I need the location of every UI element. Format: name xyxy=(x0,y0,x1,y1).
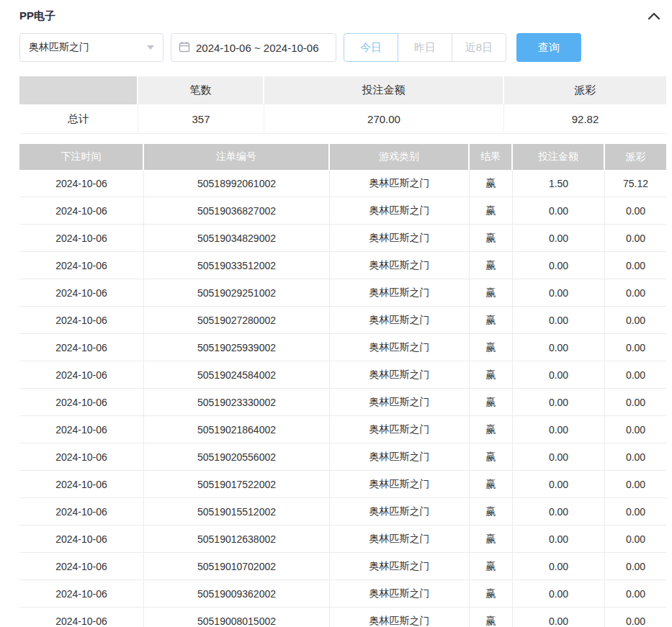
cell-game-type: 奥林匹斯之门 xyxy=(330,279,470,307)
cell-bet-time: 2024-10-06 xyxy=(19,608,144,627)
cell-payout: 0.00 xyxy=(605,553,666,580)
cell-bet-amount: 0.00 xyxy=(513,471,605,498)
cell-bet-amount: 0.00 xyxy=(513,252,605,279)
cell-payout: 0.00 xyxy=(605,471,666,498)
table-row: 2024-10-0650519023330002奥林匹斯之门赢0.000.00 xyxy=(19,389,666,416)
cell-bet-amount: 0.00 xyxy=(513,498,605,525)
yesterday-button[interactable]: 昨日 xyxy=(398,33,452,62)
summary-table: 笔数 投注金额 派彩 总计 357 270.00 92.82 xyxy=(19,76,666,134)
table-row: 2024-10-0650519008015002奥林匹斯之门赢0.000.00 xyxy=(19,608,666,627)
summary-header-row: 笔数 投注金额 派彩 xyxy=(19,76,666,104)
game-select[interactable]: 奥林匹斯之门 xyxy=(19,33,163,62)
table-row: 2024-10-0650519012638002奥林匹斯之门赢0.000.00 xyxy=(19,525,666,553)
cell-bet-amount: 0.00 xyxy=(513,225,605,252)
cell-bet-amount: 0.00 xyxy=(513,279,605,307)
table-row: 2024-10-0650519020556002奥林匹斯之门赢0.000.00 xyxy=(19,443,666,471)
cell-bet-time: 2024-10-06 xyxy=(19,197,144,225)
today-button[interactable]: 今日 xyxy=(344,33,398,62)
cell-payout: 0.00 xyxy=(605,334,666,361)
date-range-value: 2024-10-06 ~ 2024-10-06 xyxy=(196,42,319,54)
table-row: 2024-10-0650519033512002奥林匹斯之门赢0.000.00 xyxy=(19,252,666,279)
cell-bet-time: 2024-10-06 xyxy=(19,443,144,471)
cell-bet-time: 2024-10-06 xyxy=(19,580,144,608)
cell-payout: 0.00 xyxy=(605,525,666,553)
cell-result: 赢 xyxy=(470,252,513,279)
cell-payout: 0.00 xyxy=(605,197,666,225)
cell-payout: 0.00 xyxy=(605,252,666,279)
table-row: 2024-10-0650519010702002奥林匹斯之门赢0.000.00 xyxy=(19,553,666,580)
header-payout: 派彩 xyxy=(605,144,666,170)
cell-result: 赢 xyxy=(470,197,513,225)
table-row: 2024-10-0650519025939002奥林匹斯之门赢0.000.00 xyxy=(19,334,666,361)
cell-payout: 0.00 xyxy=(605,443,666,471)
bet-records-table: 下注时间 注单编号 游戏类别 结果 投注金额 派彩 2024-10-065051… xyxy=(19,144,666,627)
search-button[interactable]: 查询 xyxy=(516,33,581,62)
cell-bet-amount: 0.00 xyxy=(513,580,605,608)
filter-bar: 奥林匹斯之门 2024-10-06 ~ 2024-10-06 今日 昨日 近8日… xyxy=(19,33,666,62)
cell-bet-time: 2024-10-06 xyxy=(19,389,144,416)
cell-result: 赢 xyxy=(470,416,513,443)
cell-bet-id: 50519034829002 xyxy=(144,225,330,252)
chevron-up-icon xyxy=(648,10,660,22)
table-row: 2024-10-0650519021864002奥林匹斯之门赢0.000.00 xyxy=(19,416,666,443)
panel-header: PP电子 xyxy=(19,6,666,26)
cell-bet-id: 50519036827002 xyxy=(144,197,330,225)
date-range-input[interactable]: 2024-10-06 ~ 2024-10-06 xyxy=(171,33,336,62)
cell-game-type: 奥林匹斯之门 xyxy=(330,553,470,580)
cell-bet-amount: 0.00 xyxy=(513,334,605,361)
cell-bet-id: 50519015512002 xyxy=(144,498,330,525)
collapse-toggle[interactable] xyxy=(648,12,666,20)
cell-game-type: 奥林匹斯之门 xyxy=(330,498,470,525)
cell-result: 赢 xyxy=(470,279,513,307)
summary-header-count: 笔数 xyxy=(138,76,264,104)
cell-payout: 0.00 xyxy=(605,361,666,389)
cell-bet-id: 50519029251002 xyxy=(144,279,330,307)
cell-bet-id: 50519021864002 xyxy=(144,416,330,443)
cell-bet-amount: 0.00 xyxy=(513,443,605,471)
cell-payout: 0.00 xyxy=(605,416,666,443)
summary-header-blank xyxy=(19,76,138,104)
cell-bet-id: 50519012638002 xyxy=(144,525,330,553)
cell-payout: 75.12 xyxy=(605,170,666,197)
header-bet-amount: 投注金额 xyxy=(513,144,605,170)
cell-result: 赢 xyxy=(470,225,513,252)
table-row: 2024-10-0650519029251002奥林匹斯之门赢0.000.00 xyxy=(19,279,666,307)
cell-payout: 0.00 xyxy=(605,225,666,252)
cell-game-type: 奥林匹斯之门 xyxy=(330,580,470,608)
cell-bet-time: 2024-10-06 xyxy=(19,225,144,252)
cell-result: 赢 xyxy=(470,525,513,553)
cell-bet-time: 2024-10-06 xyxy=(19,279,144,307)
summary-total-payout: 92.82 xyxy=(504,104,666,134)
cell-bet-time: 2024-10-06 xyxy=(19,361,144,389)
cell-result: 赢 xyxy=(470,498,513,525)
cell-result: 赢 xyxy=(470,471,513,498)
table-body: 2024-10-0650518992061002奥林匹斯之门赢1.5075.12… xyxy=(19,170,666,627)
table-row: 2024-10-0650519015512002奥林匹斯之门赢0.000.00 xyxy=(19,498,666,525)
cell-result: 赢 xyxy=(470,307,513,334)
cell-bet-time: 2024-10-06 xyxy=(19,525,144,553)
cell-game-type: 奥林匹斯之门 xyxy=(330,389,470,416)
summary-header-bet-amount: 投注金额 xyxy=(264,76,504,104)
cell-game-type: 奥林匹斯之门 xyxy=(330,307,470,334)
cell-bet-amount: 0.00 xyxy=(513,525,605,553)
cell-game-type: 奥林匹斯之门 xyxy=(330,471,470,498)
table-row: 2024-10-0650519034829002奥林匹斯之门赢0.000.00 xyxy=(19,225,666,252)
cell-game-type: 奥林匹斯之门 xyxy=(330,443,470,471)
cell-payout: 0.00 xyxy=(605,389,666,416)
page-title: PP电子 xyxy=(19,9,55,23)
table-row: 2024-10-0650519027280002奥林匹斯之门赢0.000.00 xyxy=(19,307,666,334)
cell-result: 赢 xyxy=(470,334,513,361)
table-row: 2024-10-0650518992061002奥林匹斯之门赢1.5075.12 xyxy=(19,170,666,197)
cell-bet-id: 50519008015002 xyxy=(144,608,330,627)
table-row: 2024-10-0650519024584002奥林匹斯之门赢0.000.00 xyxy=(19,361,666,389)
cell-bet-time: 2024-10-06 xyxy=(19,471,144,498)
cell-result: 赢 xyxy=(470,608,513,627)
cell-game-type: 奥林匹斯之门 xyxy=(330,197,470,225)
cell-game-type: 奥林匹斯之门 xyxy=(330,334,470,361)
last-8-days-button[interactable]: 近8日 xyxy=(452,33,506,62)
cell-bet-amount: 0.00 xyxy=(513,361,605,389)
cell-game-type: 奥林匹斯之门 xyxy=(330,225,470,252)
cell-game-type: 奥林匹斯之门 xyxy=(330,252,470,279)
cell-game-type: 奥林匹斯之门 xyxy=(330,525,470,553)
cell-bet-time: 2024-10-06 xyxy=(19,416,144,443)
